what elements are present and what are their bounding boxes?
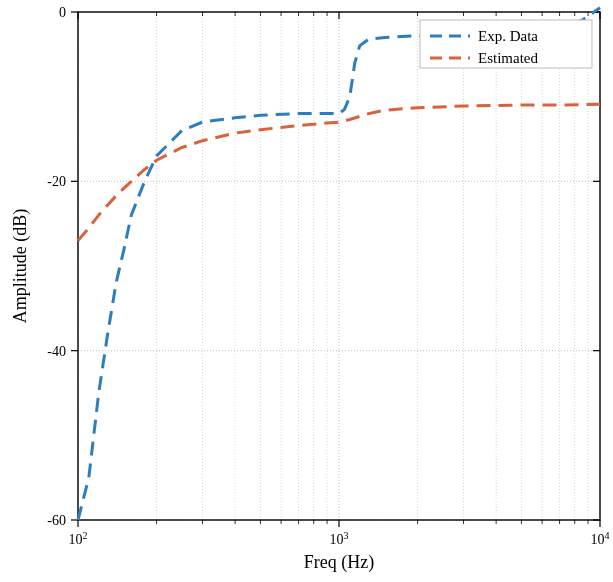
grid-major-y [78,12,600,520]
grid-major-x [78,12,600,520]
y-tick-label: -20 [47,174,66,189]
y-tick-label: -40 [47,344,66,359]
line-chart: 102103104-60-40-200Exp. DataEstimated Fr… [0,0,613,582]
chart-container: 102103104-60-40-200Exp. DataEstimated Fr… [0,0,613,582]
y-tick-label: 0 [59,5,66,20]
grid-minor [157,12,588,520]
y-axis-label: Amplitude (dB) [10,209,31,324]
x-axis-label: Freq (Hz) [304,552,374,573]
legend-label: Estimated [478,50,538,66]
series-estimated [78,104,600,240]
legend-label: Exp. Data [478,28,538,44]
x-tick-label: 103 [330,530,349,548]
x-tick-label: 104 [591,530,610,548]
y-tick-label: -60 [47,513,66,528]
plot-frame [78,12,600,520]
x-tick-label: 102 [69,530,88,548]
